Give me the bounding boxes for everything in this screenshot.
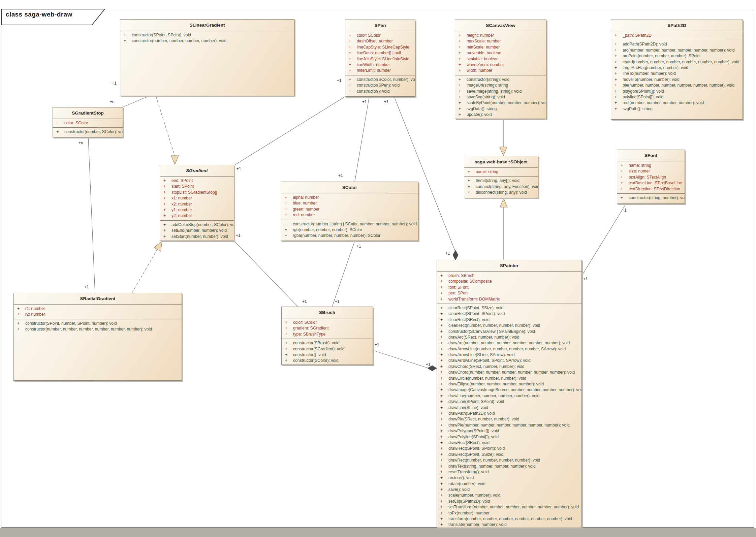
operation-text: setClip(SPath2D): void <box>448 499 490 504</box>
connector-spen-scolor[interactable] <box>355 97 369 182</box>
connector-slineargradient-sgradient[interactable] <box>156 96 175 156</box>
class-box-scanvasview[interactable]: SCanvasView+height: number+maxScale: num… <box>455 20 546 119</box>
visibility-sign: + <box>459 89 465 94</box>
attribute-row: +name: string <box>464 169 538 175</box>
attribute-row: +_path: SPath2D <box>611 33 743 38</box>
attribute-text: r1: number <box>25 306 45 311</box>
attribute-row: +start: SPoint <box>160 184 234 189</box>
visibility-sign: + <box>615 77 621 83</box>
class-title-scanvasview: SCanvasView <box>455 20 546 31</box>
class-box-spainter[interactable]: SPainter+brush: SBrush+composite: SCompo… <box>437 260 582 528</box>
attribute-row: +width: number <box>455 68 546 73</box>
operation-text: constructor(SPoint, SPoint): void <box>132 33 191 37</box>
visibility-sign: + <box>459 83 465 88</box>
visibility-sign: + <box>440 358 447 364</box>
attribute-row: +height: number <box>455 33 546 38</box>
operation-text: scale(number, number): void <box>448 493 500 498</box>
operation-row: +svgData(): string <box>455 106 546 112</box>
connector-spen-sgradient[interactable] <box>234 97 345 165</box>
visibility-sign: + <box>285 200 291 206</box>
attribute-text: r2: number <box>25 312 45 317</box>
operation-row: +largeArcFlag(number, number): void <box>611 65 743 71</box>
class-box-spen[interactable]: SPen+color: SColor+dashOffset: number+li… <box>345 20 415 97</box>
visibility-sign: + <box>440 522 447 528</box>
operation-text: constructor(SColor): void <box>293 358 339 363</box>
operations-compartment: +constructor(number | string | SColor, n… <box>281 220 418 241</box>
class-box-scolor[interactable]: SColor+alpha: number+blue: number+green:… <box>281 182 418 241</box>
operation-row: +addColorStop(number, SColor): void <box>160 222 234 228</box>
attribute-text: alpha: number <box>293 195 319 200</box>
operation-text: disconnect(string, any): void <box>476 190 527 195</box>
operation-row: +drawPie(SRect, number, number): void <box>437 416 581 422</box>
class-box-sgradientstop[interactable]: SGradientStop-color: SColor+constructor(… <box>53 107 123 137</box>
operation-text: drawRect(SPoint, SSize): void <box>448 452 503 457</box>
visibility-sign: + <box>285 358 292 364</box>
attribute-text: pen: SPen <box>448 291 468 295</box>
operation-row: +constructor(): void <box>282 352 373 358</box>
class-box-sradialgradient[interactable]: SRadialGradient+r1: number+r2: number+co… <box>13 293 182 381</box>
class-box-sobject[interactable]: saga-web-base::SObject+name: string+$emi… <box>464 156 538 198</box>
attribute-row: +gradient: SGradient <box>282 325 373 331</box>
multiplicity-label: +1 <box>375 342 379 347</box>
connector-sgradient-sbrush[interactable] <box>234 241 298 307</box>
visibility-sign: + <box>440 464 447 469</box>
connector-sradialgradient-sgradient[interactable] <box>132 249 157 293</box>
operation-text: scaleByPoint(number, number, number): vo… <box>467 100 546 105</box>
visibility-sign: + <box>615 83 621 88</box>
visibility-sign: + <box>440 457 447 463</box>
visibility-sign: + <box>621 180 627 186</box>
operation-text: drawRect(SPoint, SPoint): void <box>448 446 505 451</box>
class-box-sgradient[interactable]: SGradient+end: SPoint+start: SPoint+stop… <box>160 165 234 241</box>
class-box-slineargradient[interactable]: SLinearGradient+constructor(SPoint, SPoi… <box>120 19 294 96</box>
visibility-sign: + <box>163 201 170 207</box>
operation-row: +$emit(string, any[]): void <box>464 178 538 184</box>
operation-text: saveImage(string, string): void <box>467 89 522 94</box>
operation-row: +constructor(SPoint, number, SPoint, num… <box>14 321 182 326</box>
multiplicity-label: +1 <box>237 166 241 171</box>
class-box-spath2d[interactable]: SPath2D+_path: SPath2D+addPath(SPath2D):… <box>611 20 743 120</box>
operation-text: drawPie(SRect, number, number): void <box>448 417 519 421</box>
operations-compartment: +constructor(number, SColor): void <box>53 128 123 137</box>
connector-slineargradient-sgradientstop[interactable] <box>123 96 148 107</box>
attribute-text: color: SColor <box>64 121 88 125</box>
connector-scolor-sbrush[interactable] <box>332 241 355 307</box>
operation-text: connect(string, any, Function): void <box>476 184 538 189</box>
attribute-text: width: number <box>467 68 493 73</box>
visibility-sign: + <box>349 68 355 73</box>
connector-sgradientstop-sradialgradient[interactable] <box>88 137 95 293</box>
operation-text: clearRect(SPoint, SPoint): void <box>448 311 505 316</box>
operation-row: +rgb(number, number, number): SColor <box>281 227 418 233</box>
operation-text: arc(number, number, number, number, numb… <box>623 48 735 53</box>
class-title-spen: SPen <box>345 20 415 31</box>
connector-sfont-spainter[interactable] <box>582 204 626 276</box>
operation-row: +constructor(SCanvasView | SPaintEngine)… <box>437 329 581 335</box>
visibility-sign: + <box>440 381 447 387</box>
operation-row: +constructor(SGradient): void <box>282 346 373 352</box>
operations-compartment: +constructor(SPoint, SPoint): void+const… <box>120 31 294 96</box>
visibility-sign: + <box>615 94 621 100</box>
operation-text: drawPolyline(SPoint[]): void <box>448 435 499 439</box>
attribute-text: dashOffset: number <box>357 39 393 43</box>
attribute-row: +alpha: number <box>281 195 418 200</box>
attribute-row: +color: SColor <box>282 320 373 325</box>
attribute-row: +textBaseLine: STextBaseLine <box>617 180 685 186</box>
attribute-text: textAlign: STextAlign <box>629 175 666 180</box>
connector-sbrush-spainter[interactable] <box>373 350 429 368</box>
attributes-compartment: +brush: SBrush+composite: SComposite+fon… <box>437 272 581 304</box>
visibility-sign: + <box>285 195 291 200</box>
visibility-sign: + <box>615 41 621 47</box>
operation-row: +drawRect(SPoint, SSize): void <box>437 452 581 457</box>
attribute-text: lineDash: number[] | null <box>357 51 401 55</box>
operation-row: +lineTo(number, number): void <box>611 71 743 76</box>
attribute-text: red: number <box>293 213 315 217</box>
class-box-sbrush[interactable]: SBrush+color: SColor+gradient: SGradient… <box>281 307 373 365</box>
class-box-sfont[interactable]: SFont+name: string+size: numer+textAlign… <box>617 150 685 204</box>
attribute-text: wheelZoom: number <box>467 62 504 67</box>
operation-text: drawPolygon(SPoint[]): void <box>448 429 499 433</box>
visibility-sign: + <box>440 487 447 493</box>
operation-text: drawArc(SRect, number, number): void <box>448 335 519 340</box>
operation-row: +rect(number, number, number, number): v… <box>611 100 743 106</box>
operation-text: polyline(SPoint[]): void <box>623 95 663 99</box>
operation-text: lineTo(number, number): void <box>623 71 676 76</box>
visibility-sign: + <box>163 184 170 189</box>
